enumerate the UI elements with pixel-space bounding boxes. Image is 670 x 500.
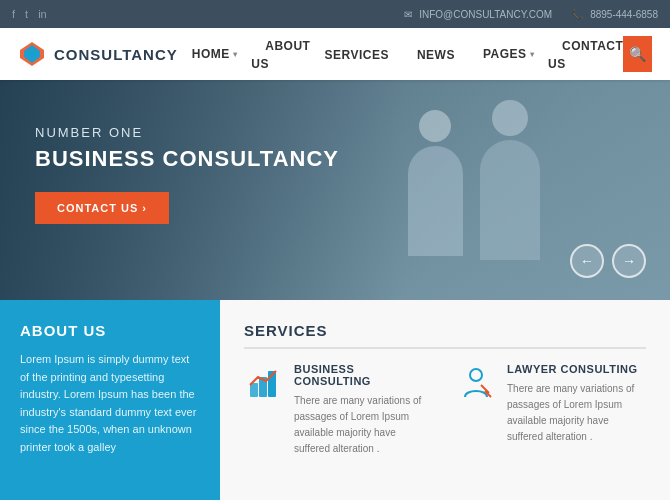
about-us-text: Lorem Ipsum is simply dummy text of the … bbox=[20, 351, 200, 457]
about-us-title: ABOUT US bbox=[20, 322, 200, 339]
hero-title: BUSINESS CONSULTANCY bbox=[35, 146, 670, 172]
service-card-business-text: There are many variations of passages of… bbox=[294, 393, 433, 457]
logo-icon bbox=[18, 40, 46, 68]
service-card-lawyer-text: There are many variations of passages of… bbox=[507, 381, 646, 445]
nav-item-pages[interactable]: PAGES ▾ bbox=[469, 47, 548, 61]
facebook-icon[interactable]: f bbox=[12, 8, 15, 20]
navbar: CONSULTANCY HOME ▾ ABOUT US SERVICES NEW… bbox=[0, 28, 670, 80]
about-us-panel: ABOUT US Lorem Ipsum is simply dummy tex… bbox=[0, 300, 220, 500]
service-card-business-content: BUSINESS CONSULTING There are many varia… bbox=[294, 363, 433, 457]
services-grid: BUSINESS CONSULTING There are many varia… bbox=[244, 363, 646, 457]
hero-subtitle: NUMBER ONE bbox=[35, 125, 670, 140]
lawyer-consulting-icon bbox=[457, 365, 495, 410]
nav-item-home[interactable]: HOME ▾ bbox=[178, 47, 252, 61]
logo[interactable]: CONSULTANCY bbox=[18, 40, 178, 68]
business-consulting-icon bbox=[244, 365, 282, 410]
search-button[interactable]: 🔍 bbox=[623, 36, 652, 72]
dropdown-arrow-pages: ▾ bbox=[530, 50, 535, 59]
phone-info: 📞8895-444-6858 bbox=[568, 9, 658, 20]
nav-item-about[interactable]: ABOUT US bbox=[251, 36, 310, 72]
nav-item-news[interactable]: NEWS bbox=[403, 45, 469, 63]
service-card-lawyer: LAWYER CONSULTING There are many variati… bbox=[457, 363, 646, 457]
hero-navigation: ← → bbox=[570, 244, 646, 278]
hero-section: NUMBER ONE BUSINESS CONSULTANCY CONTACT … bbox=[0, 80, 670, 300]
services-title: SERVICES bbox=[244, 322, 646, 349]
top-bar: f t in ✉INFO@CONSULTANCY.COM 📞8895-444-6… bbox=[0, 0, 670, 28]
nav-item-services[interactable]: SERVICES bbox=[310, 45, 402, 63]
services-panel: SERVICES BUSINESS CONSULTING There are m… bbox=[220, 300, 670, 500]
service-card-lawyer-content: LAWYER CONSULTING There are many variati… bbox=[507, 363, 646, 445]
bottom-section: ABOUT US Lorem Ipsum is simply dummy tex… bbox=[0, 300, 670, 500]
hero-next-button[interactable]: → bbox=[612, 244, 646, 278]
linkedin-icon[interactable]: in bbox=[38, 8, 47, 20]
social-links[interactable]: f t in bbox=[12, 8, 47, 20]
service-card-lawyer-title: LAWYER CONSULTING bbox=[507, 363, 646, 375]
svg-point-5 bbox=[470, 369, 482, 381]
service-card-business: BUSINESS CONSULTING There are many varia… bbox=[244, 363, 433, 457]
logo-text: CONSULTANCY bbox=[54, 46, 178, 63]
service-card-business-title: BUSINESS CONSULTING bbox=[294, 363, 433, 387]
email-info: ✉INFO@CONSULTANCY.COM bbox=[401, 9, 552, 20]
hero-cta-button[interactable]: CONTACT US bbox=[35, 192, 169, 224]
hero-content: NUMBER ONE BUSINESS CONSULTANCY CONTACT … bbox=[0, 80, 670, 224]
hero-prev-button[interactable]: ← bbox=[570, 244, 604, 278]
twitter-icon[interactable]: t bbox=[25, 8, 28, 20]
dropdown-arrow: ▾ bbox=[233, 50, 238, 59]
nav-menu: HOME ▾ ABOUT US SERVICES NEWS PAGES ▾ CO… bbox=[178, 36, 624, 72]
nav-item-contact[interactable]: CONTACT US bbox=[548, 36, 623, 72]
contact-info: ✉INFO@CONSULTANCY.COM 📞8895-444-6858 bbox=[401, 9, 658, 20]
